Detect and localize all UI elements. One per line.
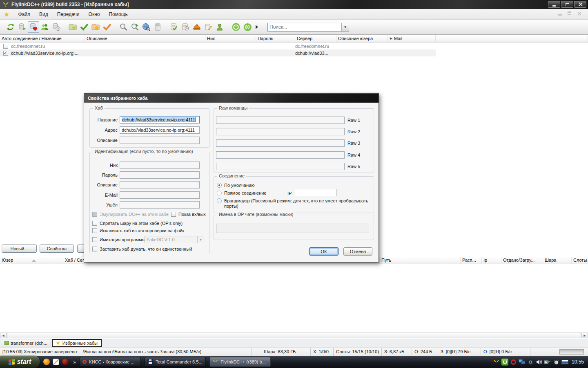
menu-help[interactable]: Помощь: [109, 11, 127, 17]
hub-row[interactable]: dc.freedomnet.ru dc.freedomnet.ru: [0, 43, 436, 49]
connection-firewall-radio[interactable]: Брандмауэр (Пассивный режим: для тех, кт…: [217, 198, 371, 209]
hub-user-icon[interactable]: [214, 21, 225, 33]
power-icon[interactable]: [230, 21, 242, 33]
notepad-clock-icon[interactable]: [180, 21, 191, 33]
exclusive-hub-checkbox[interactable]: Заставить хаб думать, что он единственны…: [92, 247, 207, 251]
reconnect-icon[interactable]: [5, 21, 16, 33]
user-description-input[interactable]: [120, 181, 200, 188]
hub-properties-button[interactable]: Свойства: [40, 245, 74, 253]
taskbar-button-flylinkdc[interactable]: FlylinkDC++ (r389) b...: [209, 357, 271, 367]
nick-input[interactable]: [120, 162, 200, 169]
minimize-button[interactable]: [548, 1, 560, 8]
hub-autoconnect-checkbox[interactable]: [3, 44, 8, 49]
hub-description-input[interactable]: [120, 137, 200, 144]
window-title-bar[interactable]: FlylinkDC++ (r389) build 2353 - [Избранн…: [0, 0, 588, 9]
notepad-check-icon[interactable]: [168, 21, 180, 33]
col-description[interactable]: Описание: [85, 35, 205, 42]
scroll-left-icon[interactable]: ◀: [0, 333, 7, 338]
new-hub-button[interactable]: Новый...: [2, 245, 37, 253]
taskbar-button-total-commander[interactable]: Total Commander 6.5...: [145, 357, 206, 367]
hub-address-input[interactable]: [120, 126, 200, 134]
connection-default-radio[interactable]: По умолчанию: [217, 183, 254, 188]
hub-autoconnect-checkbox[interactable]: [3, 51, 8, 56]
show-joins-checkbox[interactable]: Показ вх/вых: [171, 212, 209, 217]
finished-downloads-icon[interactable]: [78, 21, 90, 33]
emulate-dcpp-checkbox[interactable]: Эмулировать DC++ на этом хабе: [92, 212, 170, 217]
horizontal-scrollbar[interactable]: ◀ ▶: [0, 332, 588, 338]
favorite-hubs-icon[interactable]: [28, 21, 39, 33]
cow-icon[interactable]: [553, 359, 560, 366]
orange-ball-icon[interactable]: [43, 359, 50, 365]
search-icon[interactable]: [118, 21, 129, 33]
search-input[interactable]: [268, 24, 341, 30]
raw5-input[interactable]: [216, 163, 345, 170]
col-share[interactable]: Шара: [543, 257, 572, 264]
col-email[interactable]: E-Mail: [388, 35, 436, 42]
search-combobox[interactable]: ▼: [267, 23, 349, 31]
menu-file[interactable]: Файл: [18, 11, 31, 17]
hide-share-checkbox[interactable]: Спрятать шару на этом хабе (OP's only): [92, 221, 207, 226]
letter-z-icon[interactable]: [53, 359, 59, 365]
helmet-icon[interactable]: [191, 21, 203, 33]
dialog-title-bar[interactable]: Свойства избранного хаба: [84, 94, 379, 103]
connection-direct-radio[interactable]: Прямое соединение: [217, 191, 266, 195]
notepad-pencil-icon[interactable]: [203, 21, 214, 33]
email-input[interactable]: [120, 191, 200, 199]
col-location[interactable]: Расп...: [461, 257, 482, 264]
col-slots[interactable]: Слоты: [572, 257, 588, 264]
col-password[interactable]: Пароль: [256, 35, 295, 42]
open-filelist-icon[interactable]: [152, 21, 163, 33]
restore-button[interactable]: [561, 1, 573, 8]
col-nick[interactable]: Ник: [205, 35, 256, 42]
hub-row[interactable]: dchub://vlad33service.no-ip.org:... dchu…: [0, 49, 436, 56]
raw1-input[interactable]: [216, 117, 345, 124]
col-user-description[interactable]: Описание юзера: [336, 35, 388, 42]
download-queue-icon[interactable]: [67, 21, 78, 33]
russian-flag-icon[interactable]: [561, 360, 568, 364]
col-server[interactable]: Сервер: [295, 35, 336, 42]
toolbar-overflow-icon[interactable]: [256, 25, 258, 29]
menu-transfers[interactable]: Передачи: [57, 11, 80, 17]
search-dropdown-icon[interactable]: ▼: [341, 23, 349, 31]
col-ratio[interactable]: Отдано/Загру...: [501, 257, 543, 264]
port-80-icon[interactable]: 80: [242, 21, 253, 33]
eye-icon[interactable]: [527, 359, 534, 366]
network-monitor-icon[interactable]: [519, 359, 526, 366]
tab-favorite-hubs[interactable]: ★ Избранные хабы: [52, 339, 102, 347]
adl-search-icon[interactable]: [129, 21, 140, 33]
taskbar-button-kiss[interactable]: КИСС - Ковровские ...: [80, 357, 141, 367]
password-input[interactable]: [120, 171, 200, 179]
finished-uploads-icon[interactable]: [101, 21, 113, 33]
quick-launch-overflow-icon[interactable]: »: [73, 359, 76, 365]
col-autoconnect-name[interactable]: Авто-соединение / Название: [0, 35, 85, 42]
mail-forward-icon[interactable]: [544, 359, 551, 366]
follow-redirect-icon[interactable]: [16, 21, 28, 33]
utorrent-icon[interactable]: [501, 359, 508, 366]
op-chat-names-input[interactable]: [216, 224, 369, 233]
search-spy-icon[interactable]: [140, 21, 152, 33]
client-emulation-checkbox[interactable]: Имитация программы: [92, 237, 145, 242]
favorite-users-icon[interactable]: [39, 21, 51, 33]
red-ball-icon[interactable]: [62, 359, 69, 365]
exclude-fake-check-checkbox[interactable]: Исключить хаб из автопроверки на фэйк: [92, 228, 207, 233]
col-user[interactable]: Юзер: [0, 257, 63, 264]
scroll-right-icon[interactable]: ▶: [581, 333, 588, 338]
raw3-input[interactable]: [216, 139, 345, 147]
away-input[interactable]: [120, 201, 200, 209]
menu-window[interactable]: Окно: [89, 11, 100, 17]
menu-view[interactable]: Вид: [39, 11, 48, 17]
ok-button[interactable]: ОК: [309, 247, 339, 256]
start-button[interactable]: start: [0, 356, 40, 368]
fake-client-combobox[interactable]: FakeDC V:1.0 ▼: [145, 236, 204, 243]
speaker-icon[interactable]: [536, 359, 543, 366]
waiting-users-icon[interactable]: [90, 21, 101, 33]
flylink-tray-icon[interactable]: [493, 359, 500, 366]
raw4-input[interactable]: [216, 151, 345, 159]
close-button[interactable]: [574, 1, 586, 8]
scrollbar-thumb[interactable]: [7, 333, 580, 338]
col-ip[interactable]: Ip: [482, 257, 501, 264]
tab-hub-transformer[interactable]: transformer (dch...: [1, 339, 51, 347]
hub-name-input[interactable]: dchub://vlad33service.no-ip.org:4111: [120, 116, 200, 123]
raw2-input[interactable]: [216, 128, 345, 135]
col-path[interactable]: Путь: [380, 257, 461, 264]
